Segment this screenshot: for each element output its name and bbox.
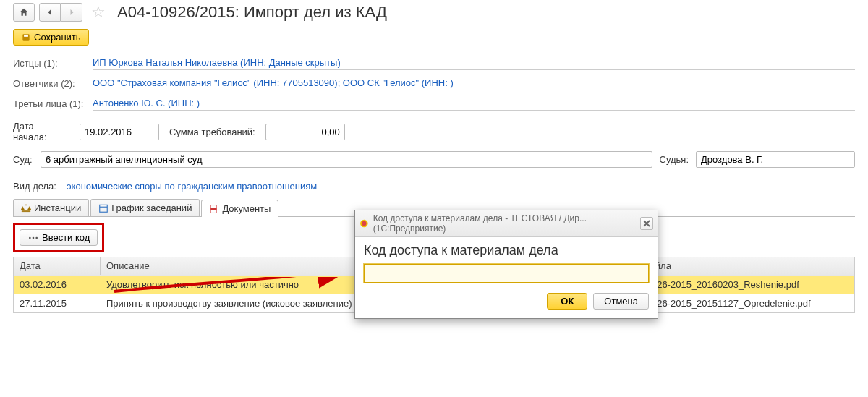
- arrow-left-icon: [46, 8, 54, 17]
- cell-date: 03.02.2016: [14, 276, 101, 294]
- case-type-label: Вид дела:: [13, 181, 56, 192]
- save-icon: [21, 33, 31, 43]
- enter-code-button[interactable]: Ввести код: [20, 229, 98, 246]
- access-code-input[interactable]: [364, 264, 649, 283]
- cancel-label: Отмена: [604, 296, 638, 307]
- court-input[interactable]: [41, 151, 652, 168]
- tab-schedule-label: График заседаний: [111, 202, 192, 213]
- cell-date: 27.11.2015: [14, 294, 101, 312]
- thirds-label: Третьи лица (1):: [13, 98, 85, 109]
- scales-icon: [21, 203, 31, 213]
- svg-rect-2: [100, 205, 108, 212]
- close-icon: [643, 220, 650, 227]
- ok-label: ОК: [561, 296, 574, 307]
- access-code-dialog: Код доступа к материалам дела - ТЕСТОВАЯ…: [354, 210, 658, 319]
- start-date-input[interactable]: [80, 124, 159, 140]
- save-label: Сохранить: [34, 32, 81, 43]
- defendants-value[interactable]: ООО "Страховая компания "Гелиос" (ИНН: 7…: [93, 76, 855, 90]
- dialog-ok-button[interactable]: ОК: [547, 293, 587, 310]
- home-button[interactable]: [13, 3, 35, 22]
- case-type-link[interactable]: экономические споры по гражданским право…: [67, 181, 317, 192]
- back-button[interactable]: [39, 3, 61, 22]
- svg-point-6: [29, 236, 31, 239]
- tab-instances-label: Инстанции: [34, 202, 81, 213]
- enter-code-highlight: Ввести код: [13, 223, 104, 252]
- tab-schedule[interactable]: График заседаний: [90, 199, 200, 216]
- svg-point-8: [35, 236, 38, 239]
- app-1c-icon: [359, 218, 369, 229]
- sum-label: Сумма требований:: [169, 127, 255, 137]
- th-date[interactable]: Дата: [14, 257, 101, 275]
- dialog-close-button[interactable]: [640, 217, 653, 230]
- tab-documents-label: Документы: [222, 203, 271, 214]
- judge-label: Судья:: [660, 154, 689, 165]
- home-icon: [19, 7, 29, 17]
- sum-input[interactable]: [265, 124, 345, 140]
- enter-code-label: Ввести код: [42, 232, 90, 243]
- svg-point-10: [362, 221, 366, 226]
- start-date-label: Дата начала:: [13, 121, 69, 142]
- dialog-heading: Код доступа к материалам дела: [364, 243, 649, 258]
- tab-instances[interactable]: Инстанции: [13, 199, 89, 216]
- court-label: Суд:: [13, 154, 33, 165]
- svg-point-7: [33, 236, 35, 239]
- dialog-cancel-button[interactable]: Отмена: [593, 293, 649, 310]
- thirds-value[interactable]: Антоненко Ю. С. (ИНН: ): [93, 96, 855, 111]
- svg-rect-1: [24, 34, 28, 36]
- dialog-window-title: Код доступа к материалам дела - ТЕСТОВАЯ…: [373, 213, 636, 234]
- favorite-star-icon[interactable]: ☆: [87, 3, 110, 22]
- calendar-icon: [98, 203, 109, 213]
- arrow-right-icon: [67, 8, 76, 17]
- save-button[interactable]: Сохранить: [13, 29, 89, 46]
- page-title: А04-10926/2015: Импорт дел из КАД: [117, 3, 387, 22]
- tab-documents[interactable]: Документы: [201, 200, 278, 217]
- plaintiffs-value[interactable]: ИП Юркова Наталья Николаевна (ИНН: Данны…: [93, 56, 855, 70]
- defendants-label: Ответчики (2):: [13, 78, 85, 89]
- code-icon: [27, 234, 39, 242]
- judge-input[interactable]: [696, 151, 855, 168]
- pdf-icon: [209, 204, 219, 214]
- svg-rect-5: [211, 208, 217, 210]
- forward-button[interactable]: [61, 3, 82, 22]
- plaintiffs-label: Истцы (1):: [13, 58, 85, 69]
